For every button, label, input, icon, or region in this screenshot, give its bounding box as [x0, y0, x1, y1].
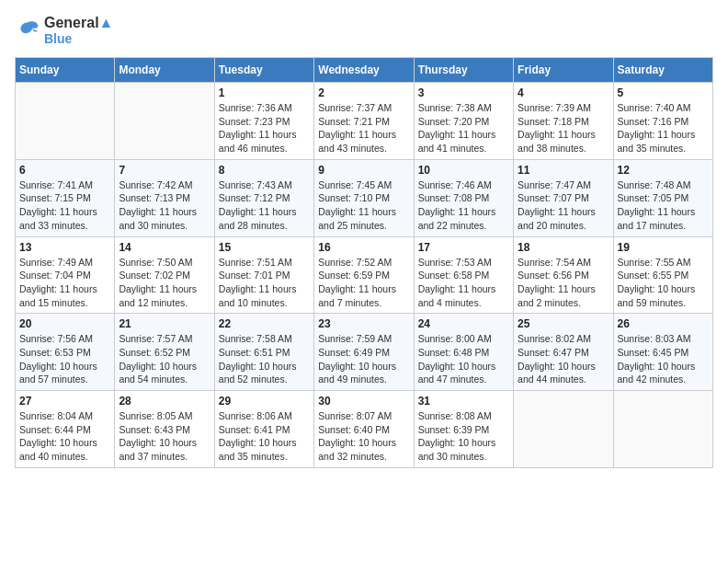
- calendar-day-cell: 23Sunrise: 7:59 AM Sunset: 6:49 PM Dayli…: [314, 314, 414, 391]
- calendar-day-cell: 6Sunrise: 7:41 AM Sunset: 7:15 PM Daylig…: [16, 159, 115, 236]
- calendar-day-cell: 2Sunrise: 7:37 AM Sunset: 7:21 PM Daylig…: [314, 83, 414, 160]
- day-number: 2: [318, 86, 409, 99]
- day-info: Sunrise: 7:47 AM Sunset: 7:07 PM Dayligh…: [518, 178, 609, 233]
- day-info: Sunrise: 8:07 AM Sunset: 6:40 PM Dayligh…: [318, 409, 409, 464]
- calendar-day-cell: 3Sunrise: 7:38 AM Sunset: 7:20 PM Daylig…: [414, 83, 513, 160]
- day-number: 31: [418, 395, 509, 408]
- day-info: Sunrise: 7:56 AM Sunset: 6:53 PM Dayligh…: [19, 332, 110, 386]
- day-number: 27: [19, 395, 110, 408]
- day-info: Sunrise: 7:39 AM Sunset: 7:18 PM Dayligh…: [518, 101, 609, 155]
- day-number: 10: [418, 164, 509, 177]
- calendar-day-cell: 29Sunrise: 8:06 AM Sunset: 6:41 PM Dayli…: [214, 391, 313, 468]
- day-number: 7: [119, 164, 210, 177]
- day-info: Sunrise: 7:45 AM Sunset: 7:10 PM Dayligh…: [318, 178, 409, 233]
- day-info: Sunrise: 7:41 AM Sunset: 7:15 PM Dayligh…: [19, 178, 110, 233]
- day-number: 26: [618, 317, 709, 330]
- day-number: 28: [119, 395, 210, 408]
- day-number: 14: [119, 241, 210, 254]
- calendar-day-cell: 16Sunrise: 7:52 AM Sunset: 6:59 PM Dayli…: [314, 236, 414, 314]
- logo-text: General▲ Blue: [44, 15, 113, 46]
- calendar-day-cell: 30Sunrise: 8:07 AM Sunset: 6:40 PM Dayli…: [314, 391, 414, 468]
- calendar-day-cell: 12Sunrise: 7:48 AM Sunset: 7:05 PM Dayli…: [613, 159, 712, 236]
- calendar-header-row: SundayMondayTuesdayWednesdayThursdayFrid…: [16, 58, 713, 83]
- calendar-day-cell: 7Sunrise: 7:42 AM Sunset: 7:13 PM Daylig…: [115, 159, 214, 236]
- day-info: Sunrise: 7:36 AM Sunset: 7:23 PM Dayligh…: [219, 101, 310, 155]
- day-info: Sunrise: 7:43 AM Sunset: 7:12 PM Dayligh…: [219, 178, 310, 233]
- calendar-day-cell: 1Sunrise: 7:36 AM Sunset: 7:23 PM Daylig…: [214, 83, 313, 160]
- calendar-day-cell: [16, 83, 115, 160]
- day-number: 29: [219, 395, 310, 408]
- day-info: Sunrise: 7:48 AM Sunset: 7:05 PM Dayligh…: [618, 178, 709, 233]
- calendar-week-row: 6Sunrise: 7:41 AM Sunset: 7:15 PM Daylig…: [16, 159, 713, 236]
- day-info: Sunrise: 7:38 AM Sunset: 7:20 PM Dayligh…: [418, 101, 509, 155]
- calendar-day-cell: 25Sunrise: 8:02 AM Sunset: 6:47 PM Dayli…: [514, 314, 613, 391]
- day-info: Sunrise: 7:52 AM Sunset: 6:59 PM Dayligh…: [318, 256, 409, 310]
- calendar-day-cell: [115, 83, 214, 160]
- day-info: Sunrise: 7:37 AM Sunset: 7:21 PM Dayligh…: [318, 101, 409, 155]
- day-number: 5: [618, 86, 709, 99]
- calendar-body: 1Sunrise: 7:36 AM Sunset: 7:23 PM Daylig…: [16, 83, 713, 468]
- calendar-day-header: Wednesday: [314, 58, 414, 83]
- page-header: General▲ Blue: [15, 15, 713, 46]
- calendar-day-cell: [613, 391, 712, 468]
- day-info: Sunrise: 8:06 AM Sunset: 6:41 PM Dayligh…: [219, 409, 310, 464]
- calendar-day-cell: 27Sunrise: 8:04 AM Sunset: 6:44 PM Dayli…: [16, 391, 115, 468]
- calendar-day-cell: 4Sunrise: 7:39 AM Sunset: 7:18 PM Daylig…: [514, 83, 613, 160]
- day-info: Sunrise: 7:57 AM Sunset: 6:52 PM Dayligh…: [119, 332, 210, 386]
- day-number: 30: [318, 395, 409, 408]
- calendar-day-cell: [514, 391, 613, 468]
- day-number: 23: [318, 317, 409, 330]
- day-info: Sunrise: 7:55 AM Sunset: 6:55 PM Dayligh…: [618, 256, 709, 310]
- calendar-day-cell: 15Sunrise: 7:51 AM Sunset: 7:01 PM Dayli…: [214, 236, 313, 314]
- day-info: Sunrise: 7:59 AM Sunset: 6:49 PM Dayligh…: [318, 332, 409, 386]
- day-number: 13: [19, 241, 110, 254]
- calendar-day-cell: 26Sunrise: 8:03 AM Sunset: 6:45 PM Dayli…: [613, 314, 712, 391]
- calendar-day-header: Saturday: [613, 58, 712, 83]
- calendar-day-cell: 31Sunrise: 8:08 AM Sunset: 6:39 PM Dayli…: [414, 391, 513, 468]
- calendar-day-cell: 17Sunrise: 7:53 AM Sunset: 6:58 PM Dayli…: [414, 236, 513, 314]
- day-number: 8: [219, 164, 310, 177]
- day-info: Sunrise: 7:58 AM Sunset: 6:51 PM Dayligh…: [219, 332, 310, 386]
- day-number: 1: [219, 86, 310, 99]
- calendar-day-cell: 8Sunrise: 7:43 AM Sunset: 7:12 PM Daylig…: [214, 159, 313, 236]
- day-number: 25: [518, 317, 609, 330]
- day-info: Sunrise: 7:53 AM Sunset: 6:58 PM Dayligh…: [418, 256, 509, 310]
- day-number: 16: [318, 241, 409, 254]
- day-info: Sunrise: 7:49 AM Sunset: 7:04 PM Dayligh…: [19, 256, 110, 310]
- calendar-day-cell: 9Sunrise: 7:45 AM Sunset: 7:10 PM Daylig…: [314, 159, 414, 236]
- calendar-day-cell: 18Sunrise: 7:54 AM Sunset: 6:56 PM Dayli…: [514, 236, 613, 314]
- calendar-week-row: 1Sunrise: 7:36 AM Sunset: 7:23 PM Daylig…: [16, 83, 713, 160]
- day-number: 18: [518, 241, 609, 254]
- day-info: Sunrise: 7:51 AM Sunset: 7:01 PM Dayligh…: [219, 256, 310, 310]
- day-number: 20: [19, 317, 110, 330]
- calendar-day-cell: 13Sunrise: 7:49 AM Sunset: 7:04 PM Dayli…: [16, 236, 115, 314]
- day-info: Sunrise: 8:00 AM Sunset: 6:48 PM Dayligh…: [418, 332, 509, 386]
- calendar-day-cell: 14Sunrise: 7:50 AM Sunset: 7:02 PM Dayli…: [115, 236, 214, 314]
- day-number: 22: [219, 317, 310, 330]
- day-number: 11: [518, 164, 609, 177]
- day-number: 12: [618, 164, 709, 177]
- day-number: 21: [119, 317, 210, 330]
- day-number: 17: [418, 241, 509, 254]
- calendar-table: SundayMondayTuesdayWednesdayThursdayFrid…: [15, 57, 713, 468]
- calendar-day-cell: 21Sunrise: 7:57 AM Sunset: 6:52 PM Dayli…: [115, 314, 214, 391]
- calendar-day-cell: 22Sunrise: 7:58 AM Sunset: 6:51 PM Dayli…: [214, 314, 313, 391]
- calendar-day-header: Monday: [115, 58, 214, 83]
- day-info: Sunrise: 8:08 AM Sunset: 6:39 PM Dayligh…: [418, 409, 509, 464]
- calendar-day-cell: 24Sunrise: 8:00 AM Sunset: 6:48 PM Dayli…: [414, 314, 513, 391]
- day-number: 3: [418, 86, 509, 99]
- day-info: Sunrise: 8:03 AM Sunset: 6:45 PM Dayligh…: [618, 332, 709, 386]
- logo: General▲ Blue: [15, 15, 113, 46]
- calendar-week-row: 13Sunrise: 7:49 AM Sunset: 7:04 PM Dayli…: [16, 236, 713, 314]
- calendar-day-header: Thursday: [414, 58, 513, 83]
- day-info: Sunrise: 8:05 AM Sunset: 6:43 PM Dayligh…: [119, 409, 210, 464]
- calendar-day-header: Friday: [514, 58, 613, 83]
- calendar-day-cell: 5Sunrise: 7:40 AM Sunset: 7:16 PM Daylig…: [613, 83, 712, 160]
- calendar-week-row: 20Sunrise: 7:56 AM Sunset: 6:53 PM Dayli…: [16, 314, 713, 391]
- day-number: 15: [219, 241, 310, 254]
- day-info: Sunrise: 7:50 AM Sunset: 7:02 PM Dayligh…: [119, 256, 210, 310]
- calendar-day-cell: 28Sunrise: 8:05 AM Sunset: 6:43 PM Dayli…: [115, 391, 214, 468]
- day-number: 24: [418, 317, 509, 330]
- day-info: Sunrise: 8:04 AM Sunset: 6:44 PM Dayligh…: [19, 409, 110, 464]
- calendar-day-cell: 19Sunrise: 7:55 AM Sunset: 6:55 PM Dayli…: [613, 236, 712, 314]
